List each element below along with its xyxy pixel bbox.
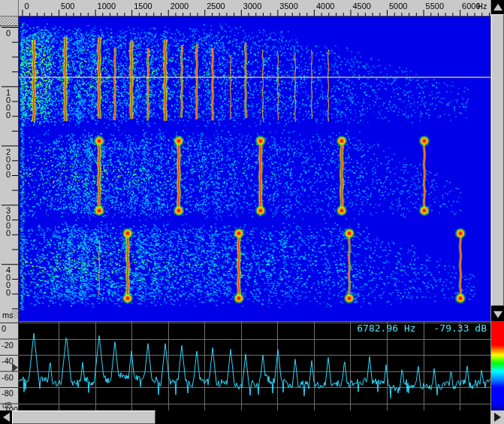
left-arrow-icon — [3, 413, 10, 422]
spectrum-canvas[interactable] — [19, 321, 490, 410]
horizontal-scroll-thumb[interactable] — [12, 410, 155, 424]
time-ruler — [0, 17, 19, 321]
vertical-scroll-thumb[interactable] — [491, 14, 504, 306]
spectrogram-canvas[interactable] — [19, 17, 490, 321]
spectrum-panel: 6782.96 Hz -79.33 dB — [19, 321, 490, 410]
down-arrow-icon — [493, 311, 502, 318]
scroll-down-button[interactable] — [491, 307, 504, 321]
ruler-corner-box — [0, 0, 19, 17]
up-arrow-icon — [493, 4, 502, 11]
spectrogram-analyzer-window: 6782.96 Hz -79.33 dB — [0, 0, 504, 424]
horizontal-scrollbar — [0, 410, 504, 424]
vertical-scrollbar — [490, 0, 504, 321]
scroll-right-button[interactable] — [490, 410, 504, 424]
frequency-ruler — [19, 0, 490, 17]
db-ruler — [0, 321, 19, 410]
scroll-up-button[interactable] — [491, 0, 504, 14]
color-scale-bar — [490, 321, 504, 410]
right-arrow-icon — [494, 413, 501, 422]
scroll-left-button[interactable] — [0, 410, 12, 424]
